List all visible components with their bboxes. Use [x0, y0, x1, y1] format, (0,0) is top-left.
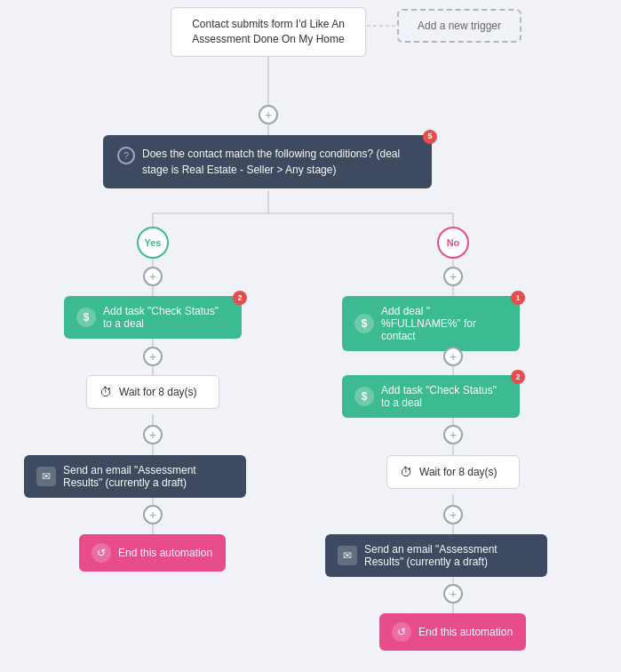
no-task2-label: Add task "Check Status" to a deal: [381, 384, 507, 409]
trigger-node[interactable]: Contact submits form I'd Like An Assessm…: [171, 7, 366, 57]
condition-badge: 5: [423, 130, 437, 144]
trigger-label: Contact submits form I'd Like An Assessm…: [192, 18, 345, 45]
plus-button-no-2[interactable]: +: [443, 347, 463, 366]
yes-email1-node[interactable]: ✉ Send an email "Assessment Results" (cu…: [24, 455, 246, 498]
yes-badge: Yes: [137, 227, 169, 259]
no-deal1-badge: 1: [511, 291, 525, 305]
plus-button-yes-3[interactable]: +: [143, 425, 163, 444]
yes-task1-label: Add task "Check Status" to a deal: [103, 305, 229, 330]
add-trigger-node[interactable]: Add a new trigger: [397, 9, 521, 43]
no-wait2-label: Wait for 8 day(s): [419, 466, 498, 478]
condition-node[interactable]: 5 ? Does the contact match the following…: [103, 135, 432, 188]
no-wait2-node[interactable]: ⏱ Wait for 8 day(s): [386, 455, 520, 489]
dollar-icon-3: $: [354, 387, 374, 406]
plus-button-yes[interactable]: +: [143, 267, 163, 286]
plus-button-no-3[interactable]: +: [443, 425, 463, 444]
no-end-label: End this automation: [418, 626, 513, 638]
dollar-icon: $: [76, 308, 96, 327]
email-icon-2: ✉: [343, 549, 352, 562]
dollar-icon-2: $: [354, 314, 374, 333]
no-task2-badge: 2: [511, 370, 525, 384]
plus-button-no-4[interactable]: +: [443, 505, 463, 524]
yes-task1-node[interactable]: 2 $ Add task "Check Status" to a deal: [64, 296, 242, 339]
no-deal1-node[interactable]: 1 $ Add deal " %FULLNAME%" for contact: [342, 296, 520, 351]
no-end-node[interactable]: ↺ End this automation: [379, 613, 526, 651]
plus-button-1[interactable]: +: [259, 105, 278, 124]
plus-button-no-5[interactable]: +: [443, 584, 463, 604]
yes-end-label: End this automation: [118, 547, 212, 559]
email-icon: ✉: [42, 470, 51, 483]
refresh-icon: ↺: [97, 547, 106, 559]
yes-task1-badge: 2: [233, 291, 247, 305]
condition-label: Does the contact match the following con…: [142, 146, 418, 178]
yes-email1-label: Send an email "Assessment Results" (curr…: [63, 464, 234, 489]
yes-end-node[interactable]: ↺ End this automation: [79, 534, 226, 572]
question-icon: ?: [117, 147, 135, 164]
no-email2-label: Send an email "Assessment Results" (curr…: [364, 543, 535, 568]
plus-button-yes-2[interactable]: +: [143, 347, 163, 366]
no-task2-node[interactable]: 2 $ Add task "Check Status" to a deal: [342, 375, 520, 418]
add-trigger-label: Add a new trigger: [418, 20, 501, 32]
yes-wait1-node[interactable]: ⏱ Wait for 8 day(s): [86, 375, 219, 409]
yes-wait1-label: Wait for 8 day(s): [119, 386, 197, 398]
no-badge: No: [437, 227, 469, 259]
no-deal1-label: Add deal " %FULLNAME%" for contact: [381, 305, 507, 342]
no-email2-node[interactable]: ✉ Send an email "Assessment Results" (cu…: [325, 534, 547, 577]
plus-button-no[interactable]: +: [443, 267, 463, 286]
refresh-icon-2: ↺: [397, 626, 406, 638]
plus-button-yes-4[interactable]: +: [143, 505, 163, 524]
clock-icon-2: ⏱: [400, 465, 412, 479]
clock-icon: ⏱: [100, 385, 112, 399]
